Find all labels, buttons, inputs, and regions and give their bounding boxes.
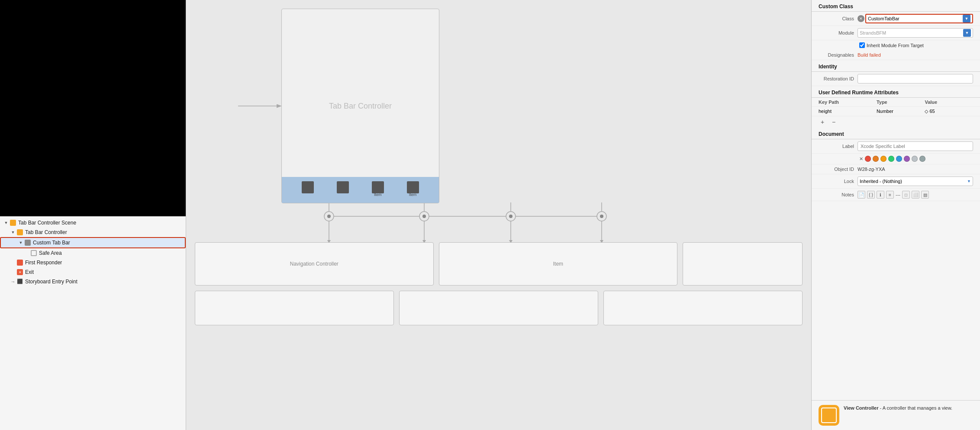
first-responder-icon [16,259,23,266]
col-type: Type [877,99,925,105]
tree-item-exit[interactable]: ✕ Exit [0,267,186,277]
col-keypath: Key Path [819,99,877,105]
safe-area-icon [30,250,37,257]
notes-row: Notes 📄 { } ℹ ≡ --- □ ⬜ ▤ [812,189,980,201]
tab-icon-4 [407,181,419,193]
color-green[interactable] [888,156,894,162]
inherit-module-checkbox[interactable] [859,42,865,48]
class-row: Class ✕ CustomTabBar ▼ [812,12,980,26]
lock-select[interactable]: Inherited - (Nothing) ▼ [858,176,973,186]
device-tabbar: Item Item [282,177,439,203]
tabbar-ctrl-icon [16,229,23,236]
module-value: StrandsBFM [860,30,962,35]
udra-add-remove: + − [812,116,980,128]
svg-point-5 [506,212,516,221]
restoration-id-label: Restoration ID [819,76,858,81]
udra-keypath-height: height [819,109,877,114]
notes-icon-box2[interactable]: ⬜ [912,191,919,199]
item-controller-box: Item [439,242,678,286]
notes-icon-info[interactable]: ℹ [877,191,884,199]
designables-label: Designables [819,52,858,58]
inherit-module-row: Inherit Module From Target [812,40,980,50]
lock-label: Lock [819,179,858,184]
nav-controller-box: Navigation Controller [195,242,434,286]
label-row: Label [812,139,980,154]
designables-row: Designables Build failed [812,50,980,60]
notes-icon-list[interactable]: ≡ [886,191,894,199]
tab-icon-2 [337,181,349,193]
inherit-module-label: Inherit Module From Target [867,43,924,48]
svg-point-3 [419,212,429,221]
sub-box-3 [603,291,803,325]
class-label: Class [819,16,858,21]
color-orange[interactable] [873,156,879,162]
module-dropdown-btn[interactable]: ▼ [963,29,971,37]
device-frame: Tab Bar Controller Item Item [281,9,439,203]
right-panel: Custom Class Class ✕ CustomTabBar ▼ Modu… [811,0,980,430]
tab-label-3: Item [374,193,382,197]
color-x-btn[interactable]: ✕ [859,156,863,162]
first-responder-label: First Responder [25,260,62,266]
device-preview [0,0,186,216]
module-row: Module StrandsBFM ▼ [812,26,980,40]
entry-point-label: Storyboard Entry Point [25,279,77,285]
svg-point-4 [422,215,426,218]
device-title: Tab Bar Controller [329,102,392,111]
class-clear-btn[interactable]: ✕ [858,15,864,22]
class-control: ✕ CustomTabBar ▼ [858,14,973,23]
doc-label-control [858,141,973,151]
tree-arrow-entry: → [10,279,16,284]
udra-add-btn[interactable]: + [819,118,826,126]
tree-item-safe-area[interactable]: Safe Area [0,248,186,258]
notes-icon-dash: --- [896,192,900,197]
color-light-gray[interactable] [912,156,918,162]
class-dropdown-btn[interactable]: ▼ [963,15,970,22]
lock-row: Lock Inherited - (Nothing) ▼ [812,174,980,189]
object-id-label: Object ID [819,167,858,172]
module-input-wrapper: StrandsBFM ▼ [858,28,973,38]
udra-remove-btn[interactable]: − [830,118,838,126]
color-red[interactable] [865,156,871,162]
svg-point-8 [600,215,603,218]
designables-value: Build failed [858,52,881,58]
tab-item-2 [337,181,349,199]
tree-item-first-responder[interactable]: First Responder [0,258,186,267]
udra-value-height: ◇ 65 [925,109,973,114]
doc-label-input[interactable] [858,141,973,151]
sub-box-1 [195,291,394,325]
extra-controller-box [683,242,803,286]
notes-label: Notes [819,192,858,197]
scene-tree-panel: ▼ Tab Bar Controller Scene ▼ Tab Bar Con… [0,0,186,430]
tree-item-custom-tabbar[interactable]: ▼ Custom Tab Bar [0,237,186,248]
tab-item-1 [302,181,314,199]
restoration-id-input[interactable] [858,74,973,83]
lock-dropdown-arrow: ▼ [967,179,971,183]
color-blue[interactable] [896,156,902,162]
svg-point-2 [327,215,331,218]
object-id-row: Object ID W28-zg-YXA [812,164,980,174]
custom-class-header: Custom Class [812,0,980,12]
notes-icon-box3[interactable]: ▤ [921,191,929,199]
vc-description: View Controller - A controller that mana… [844,405,952,411]
tab-item-3: Item [372,181,384,199]
notes-icon-doc[interactable]: 📄 [858,191,865,199]
color-gray[interactable] [919,156,925,162]
tree-item-scene[interactable]: ▼ Tab Bar Controller Scene [0,218,186,228]
canvas: Tab Bar Controller Item Item Navigation … [186,0,811,430]
notes-icons: 📄 { } ℹ ≡ --- □ ⬜ ▤ [858,191,929,199]
color-yellow[interactable] [880,156,887,162]
tree-item-entry-point[interactable]: → ⬛ Storyboard Entry Point [0,277,186,286]
udra-row-height: height Number ◇ 65 [812,107,980,116]
tree-item-tabbar-ctrl[interactable]: ▼ Tab Bar Controller [0,228,186,237]
exit-label: Exit [25,269,34,275]
tree-panel: ▼ Tab Bar Controller Scene ▼ Tab Bar Con… [0,216,186,430]
custom-tabbar-icon [24,239,31,246]
restoration-id-control [858,74,973,83]
color-purple[interactable] [904,156,910,162]
vc-desc-text: A controller that manages a view. [883,405,952,411]
svg-point-1 [324,212,334,221]
notes-icon-box1[interactable]: □ [902,191,910,199]
notes-icon-code[interactable]: { } [867,191,875,199]
lock-control: Inherited - (Nothing) ▼ [858,176,973,186]
col-value: Value [925,99,973,105]
